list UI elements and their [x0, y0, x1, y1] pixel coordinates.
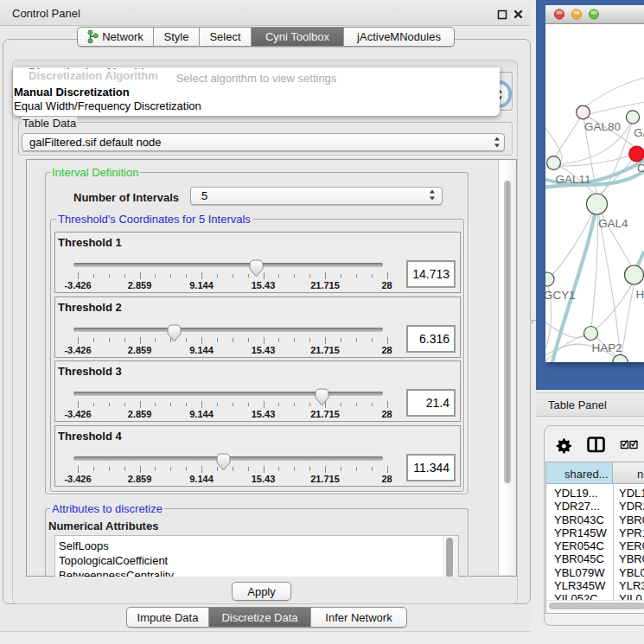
svg-text:H: H [636, 288, 644, 301]
svg-text:CRP1: CRP1 [637, 162, 644, 175]
svg-text:HAP2: HAP2 [592, 341, 622, 354]
svg-text:GAL11: GAL11 [556, 173, 591, 186]
svg-text:GCY1: GCY1 [545, 289, 576, 302]
svg-text:GAL2: GAL2 [634, 126, 644, 139]
svg-text:GAL80: GAL80 [584, 120, 621, 133]
svg-text:GAL4: GAL4 [598, 217, 628, 230]
